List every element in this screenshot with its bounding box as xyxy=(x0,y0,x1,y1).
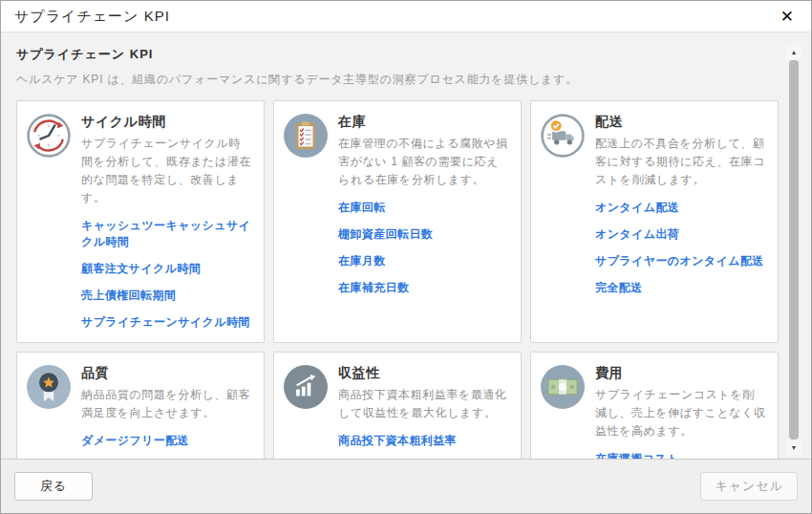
dialog-footer: 戻る キャンセル xyxy=(1,459,811,513)
card-content: 品質 納品品質の問題を分析し、顧客満足度を向上させます。 ダメージフリー配送 受… xyxy=(81,364,252,459)
kpi-card-quality: 品質 納品品質の問題を分析し、顧客満足度を向上させます。 ダメージフリー配送 受… xyxy=(16,352,265,459)
kpi-link[interactable]: 完全配送 xyxy=(595,280,766,296)
kpi-link[interactable]: 顧客注文サイクル時間 xyxy=(81,261,252,277)
kpi-link[interactable]: 在庫月数 xyxy=(338,253,509,269)
kpi-link[interactable]: 在庫回転 xyxy=(338,200,509,216)
dialog-header: サプライチェーン KPI ✕ xyxy=(1,1,811,32)
card-content: 在庫 在庫管理の不備による腐敗や損害がない 1 顧客の需要に応えられる在庫を分析… xyxy=(338,113,509,331)
close-icon[interactable]: ✕ xyxy=(777,7,798,27)
card-content: サイクル時間 サプライチェーンサイクル時間を分析して、既存または潜在的な問題を特… xyxy=(81,113,252,331)
card-title: サイクル時間 xyxy=(81,114,252,131)
scroll-up-icon[interactable]: ▲ xyxy=(786,45,801,59)
card-description: 在庫管理の不備による腐敗や損害がない 1 顧客の需要に応えられる在庫を分析します… xyxy=(338,135,509,189)
card-description: サプライチェーンコストを削減し、売上を伸ばすことなく収益性を高めます。 xyxy=(595,386,766,440)
supply-chain-kpi-dialog: サプライチェーン KPI ✕ サプライチェーン KPI ヘルスケア KPI は、… xyxy=(0,0,812,514)
scrollbar-thumb[interactable] xyxy=(789,60,799,439)
card-content: 配送 配送上の不具合を分析して、顧客に対する期待に応え、在庫コストを削減します。… xyxy=(595,113,766,331)
kpi-link[interactable]: サプライチェーンサイクル時間 xyxy=(81,314,252,331)
kpi-card-cost: 費用 サプライチェーンコストを削減し、売上を伸ばすことなく収益性を高めます。 在… xyxy=(530,352,779,459)
section-heading: サプライチェーン KPI xyxy=(16,46,779,63)
cancel-button[interactable]: キャンセル xyxy=(700,472,798,501)
card-description: 商品投下資本粗利益率を最適化して収益性を最大化します。 xyxy=(338,386,509,422)
quality-medal-icon xyxy=(26,364,72,410)
kpi-link[interactable]: 在庫運搬コスト xyxy=(595,451,766,459)
kpi-link[interactable]: 在庫補充日数 xyxy=(338,280,509,296)
scroll-down-icon[interactable]: ▼ xyxy=(786,440,801,455)
card-description: サプライチェーンサイクル時間を分析して、既存または潜在的な問題を特定し、改善しま… xyxy=(81,135,252,207)
dialog-body: サプライチェーン KPI ヘルスケア KPI は、組織のパフォーマンスに関するデ… xyxy=(1,32,811,459)
card-content: 収益性 商品投下資本粗利益率を最適化して収益性を最大化します。 商品投下資本粗利… xyxy=(338,364,509,459)
cycle-time-icon xyxy=(26,113,72,159)
delivery-truck-icon xyxy=(540,113,586,159)
section-description: ヘルスケア KPI は、組織のパフォーマンスに関するデータ主導型の洞察プロセス能… xyxy=(16,72,779,88)
card-title: 収益性 xyxy=(338,365,509,382)
back-button[interactable]: 戻る xyxy=(14,472,93,501)
card-title: 品質 xyxy=(81,365,252,382)
kpi-card-profitability: 収益性 商品投下資本粗利益率を最適化して収益性を最大化します。 商品投下資本粗利… xyxy=(273,352,522,459)
profitability-chart-icon xyxy=(283,364,329,410)
kpi-card-delivery: 配送 配送上の不具合を分析して、顧客に対する期待に応え、在庫コストを削減します。… xyxy=(530,100,779,343)
kpi-link[interactable]: オンタイム出荷 xyxy=(595,226,766,243)
card-title: 在庫 xyxy=(338,114,509,131)
kpi-link[interactable]: 売上債権回転期間 xyxy=(81,288,252,304)
kpi-link[interactable]: 棚卸資産回転日数 xyxy=(338,226,509,243)
card-title: 費用 xyxy=(595,365,766,382)
card-description: 配送上の不具合を分析して、顧客に対する期待に応え、在庫コストを削減します。 xyxy=(595,135,766,189)
kpi-link[interactable]: 商品投下資本粗利益率 xyxy=(338,433,509,449)
kpi-link[interactable]: キャッシュツーキャッシュサイクル時間 xyxy=(81,218,252,250)
kpi-link[interactable]: サプライヤーのオンタイム配送 xyxy=(595,253,766,269)
card-content: 費用 サプライチェーンコストを削減し、売上を伸ばすことなく収益性を高めます。 在… xyxy=(595,364,766,459)
scrollbar[interactable]: ▲ ▼ xyxy=(786,45,801,455)
kpi-card-grid: サイクル時間 サプライチェーンサイクル時間を分析して、既存または潜在的な問題を特… xyxy=(16,100,779,459)
dialog-title: サプライチェーン KPI xyxy=(14,8,170,26)
kpi-card-inventory: 在庫 在庫管理の不備による腐敗や損害がない 1 顧客の需要に応えられる在庫を分析… xyxy=(273,100,522,343)
kpi-link[interactable]: ダメージフリー配送 xyxy=(81,433,252,449)
kpi-card-cycle-time: サイクル時間 サプライチェーンサイクル時間を分析して、既存または潜在的な問題を特… xyxy=(16,100,265,343)
card-title: 配送 xyxy=(595,114,766,131)
cost-banknote-icon xyxy=(540,364,586,410)
kpi-link[interactable]: オンタイム配送 xyxy=(595,200,766,216)
inventory-clipboard-icon xyxy=(283,113,329,159)
card-description: 納品品質の問題を分析し、顧客満足度を向上させます。 xyxy=(81,386,252,422)
